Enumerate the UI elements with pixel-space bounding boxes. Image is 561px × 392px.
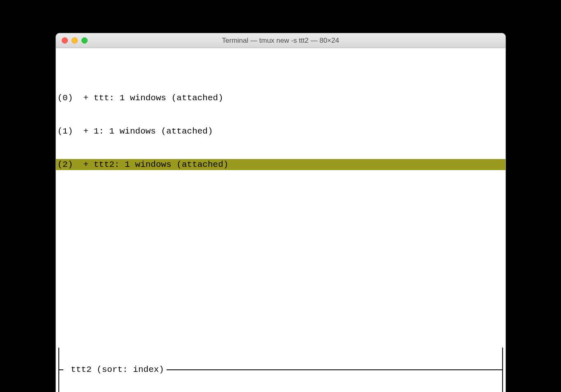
preview-frame-label: ttt2 (sort: index) <box>63 364 167 375</box>
frame-corner-left <box>59 369 63 370</box>
traffic-lights <box>62 37 88 44</box>
preview-pane: ttt2 (sort: index) bart-imac2018:~ bart%… <box>58 348 503 392</box>
minimize-icon[interactable] <box>72 37 78 44</box>
titlebar[interactable]: Terminal — tmux new -s ttt2 — 80×24 <box>56 33 505 48</box>
terminal-body[interactable]: (0) + ttt: 1 windows (attached) (1) + 1:… <box>56 48 505 392</box>
session-list: (0) + ttt: 1 windows (attached) (1) + 1:… <box>56 70 505 192</box>
blank-area <box>56 226 505 314</box>
frame-horizontal-rule <box>167 369 502 370</box>
terminal-window: Terminal — tmux new -s ttt2 — 80×24 (0) … <box>56 33 506 392</box>
maximize-icon[interactable] <box>81 37 88 44</box>
window-title: Terminal — tmux new -s ttt2 — 80×24 <box>56 37 505 45</box>
close-icon[interactable] <box>62 37 68 44</box>
session-item[interactable]: (1) + 1: 1 windows (attached) <box>56 126 505 137</box>
preview-frame-top: ttt2 (sort: index) <box>59 364 502 375</box>
session-item-selected[interactable]: (2) + ttt2: 1 windows (attached) <box>56 159 505 170</box>
session-item[interactable]: (0) + ttt: 1 windows (attached) <box>56 92 505 104</box>
